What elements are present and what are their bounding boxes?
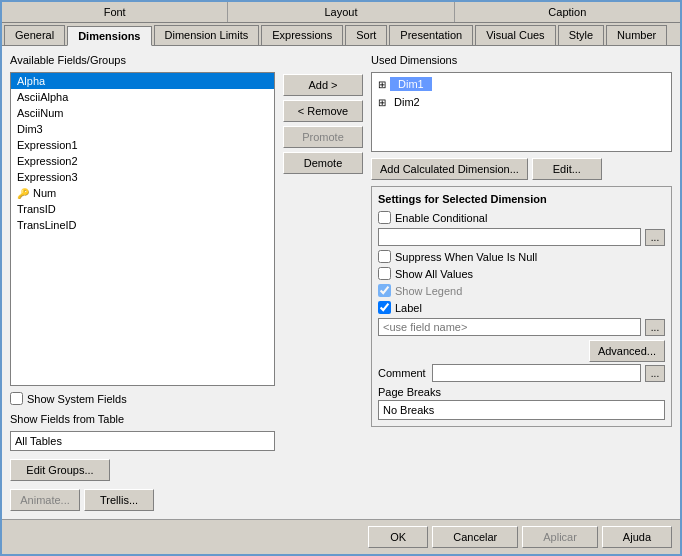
tab-general[interactable]: General — [4, 25, 65, 45]
comment-label: Comment — [378, 367, 428, 379]
tab-dimensions[interactable]: Dimensions — [67, 26, 151, 46]
key-icon: 🔑 — [17, 188, 29, 199]
bottom-buttons-row: OK Cancelar Aplicar Ajuda — [2, 519, 680, 554]
list-item[interactable]: Expression1 — [11, 137, 274, 153]
list-item-text: Num — [33, 187, 56, 199]
middle-buttons-panel: Add > < Remove Promote Demote — [283, 54, 363, 511]
left-panel: Available Fields/Groups Alpha AsciiAlpha… — [10, 54, 275, 511]
show-all-values-row: Show All Values — [378, 267, 665, 280]
list-item[interactable]: 🔑 Num — [11, 185, 274, 201]
conditional-browse-button[interactable]: ... — [645, 229, 665, 246]
label-browse-button[interactable]: ... — [645, 319, 665, 336]
comment-row: Comment ... — [378, 364, 665, 382]
list-item[interactable]: Alpha — [11, 73, 274, 89]
content-area: Available Fields/Groups Alpha AsciiAlpha… — [2, 46, 680, 519]
tab-style[interactable]: Style — [558, 25, 604, 45]
label-label: Label — [395, 302, 422, 314]
add-button[interactable]: Add > — [283, 74, 363, 96]
show-fields-from-table-label: Show Fields from Table — [10, 413, 275, 425]
top-group-row: Font Layout Caption — [2, 2, 680, 23]
dim1-label: Dim1 — [390, 77, 432, 91]
suppress-when-null-row: Suppress When Value Is Null — [378, 250, 665, 263]
list-item[interactable]: Dim3 — [11, 121, 274, 137]
remove-button[interactable]: < Remove — [283, 100, 363, 122]
expand-icon-1: ⊞ — [378, 79, 386, 90]
suppress-when-null-label: Suppress When Value Is Null — [395, 251, 537, 263]
advanced-button[interactable]: Advanced... — [589, 340, 665, 362]
settings-title: Settings for Selected Dimension — [378, 193, 665, 205]
list-item-text: Expression3 — [17, 171, 78, 183]
add-calculated-dimension-button[interactable]: Add Calculated Dimension... — [371, 158, 528, 180]
page-breaks-dropdown[interactable]: No BreaksBefore DimensionAfter Dimension — [378, 400, 665, 420]
comment-browse-button[interactable]: ... — [645, 365, 665, 382]
list-item-text: Expression2 — [17, 155, 78, 167]
panels-row: Available Fields/Groups Alpha AsciiAlpha… — [10, 54, 672, 511]
list-item-text: AsciiAlpha — [17, 91, 68, 103]
settings-group: Settings for Selected Dimension Enable C… — [371, 186, 672, 427]
page-breaks-section: Page Breaks No BreaksBefore DimensionAft… — [378, 386, 665, 420]
layout-group-label: Layout — [228, 2, 454, 22]
right-buttons-row: Add Calculated Dimension... Edit... — [371, 158, 672, 180]
list-item-text: Dim3 — [17, 123, 43, 135]
apply-button[interactable]: Aplicar — [522, 526, 598, 548]
cancel-button[interactable]: Cancelar — [432, 526, 518, 548]
enable-conditional-checkbox[interactable] — [378, 211, 391, 224]
list-item-text: AsciiNum — [17, 107, 63, 119]
label-checkbox[interactable] — [378, 301, 391, 314]
font-group-label: Font — [2, 2, 228, 22]
trellis-button[interactable]: Trellis... — [84, 489, 154, 511]
demote-button[interactable]: Demote — [283, 152, 363, 174]
tab-row: General Dimensions Dimension Limits Expr… — [2, 23, 680, 46]
tab-dimension-limits[interactable]: Dimension Limits — [154, 25, 260, 45]
available-fields-list[interactable]: Alpha AsciiAlpha AsciiNum Dim3 Expressio… — [10, 72, 275, 386]
list-item[interactable]: Expression2 — [11, 153, 274, 169]
animate-button[interactable]: Animate... — [10, 489, 80, 511]
show-system-fields-checkbox[interactable] — [10, 392, 23, 405]
tab-expressions[interactable]: Expressions — [261, 25, 343, 45]
dim2-label: Dim2 — [390, 95, 424, 109]
edit-button[interactable]: Edit... — [532, 158, 602, 180]
right-panel: Used Dimensions ⊞ Dim1 ⊞ Dim2 Add Calcul… — [371, 54, 672, 511]
list-item[interactable]: TransID — [11, 201, 274, 217]
comment-input[interactable] — [432, 364, 641, 382]
show-legend-row: Show Legend — [378, 284, 665, 297]
dim-item-2[interactable]: ⊞ Dim2 — [374, 93, 669, 111]
suppress-when-null-checkbox[interactable] — [378, 250, 391, 263]
bottom-left-buttons: Animate... Trellis... — [10, 489, 275, 511]
edit-groups-button[interactable]: Edit Groups... — [10, 459, 110, 481]
list-item-text: TransLineID — [17, 219, 77, 231]
show-all-values-checkbox[interactable] — [378, 267, 391, 280]
used-dimensions-list[interactable]: ⊞ Dim1 ⊞ Dim2 — [371, 72, 672, 152]
list-item-text: Expression1 — [17, 139, 78, 151]
available-fields-label: Available Fields/Groups — [10, 54, 275, 66]
advanced-row: Advanced... — [378, 340, 665, 362]
show-all-values-label: Show All Values — [395, 268, 473, 280]
show-system-fields-row: Show System Fields — [10, 392, 275, 405]
label-row: Label — [378, 301, 665, 314]
tab-visual-cues[interactable]: Visual Cues — [475, 25, 556, 45]
tab-presentation[interactable]: Presentation — [389, 25, 473, 45]
list-item[interactable]: Expression3 — [11, 169, 274, 185]
tab-sort[interactable]: Sort — [345, 25, 387, 45]
label-input[interactable] — [378, 318, 641, 336]
help-button[interactable]: Ajuda — [602, 526, 672, 548]
tab-number[interactable]: Number — [606, 25, 667, 45]
list-item[interactable]: AsciiAlpha — [11, 89, 274, 105]
ok-button[interactable]: OK — [368, 526, 428, 548]
expand-icon-2: ⊞ — [378, 97, 386, 108]
conditional-input[interactable] — [378, 228, 641, 246]
list-item[interactable]: AsciiNum — [11, 105, 274, 121]
main-window: Font Layout Caption General Dimensions D… — [0, 0, 682, 556]
enable-conditional-label: Enable Conditional — [395, 212, 487, 224]
conditional-input-row: ... — [378, 228, 665, 246]
page-breaks-label: Page Breaks — [378, 386, 665, 398]
promote-button[interactable]: Promote — [283, 126, 363, 148]
dim-item-1[interactable]: ⊞ Dim1 — [374, 75, 669, 93]
used-dimensions-label: Used Dimensions — [371, 54, 672, 66]
show-system-fields-label: Show System Fields — [27, 393, 127, 405]
list-item[interactable]: TransLineID — [11, 217, 274, 233]
show-legend-checkbox[interactable] — [378, 284, 391, 297]
list-item-text: Alpha — [17, 75, 45, 87]
enable-conditional-row: Enable Conditional — [378, 211, 665, 224]
all-tables-dropdown[interactable]: All Tables — [10, 431, 275, 451]
